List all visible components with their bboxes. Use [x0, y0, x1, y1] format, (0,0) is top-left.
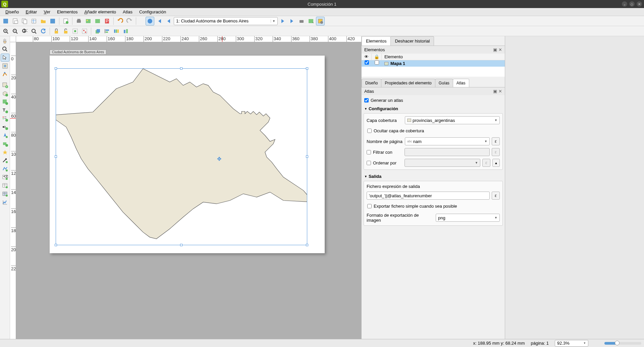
tab-deshacer[interactable]: Deshacer historial: [390, 36, 434, 46]
add-map-tool[interactable]: [1, 81, 9, 89]
undock-icon[interactable]: ▣: [493, 47, 497, 52]
move-content-tool[interactable]: [1, 62, 9, 70]
add-label-tool[interactable]: T: [1, 106, 9, 114]
element-row-mapa1[interactable]: Mapa 1: [362, 60, 505, 67]
group-button[interactable]: [71, 27, 79, 36]
group-config-header[interactable]: ▼Configuración: [364, 104, 503, 113]
max-icon[interactable]: ◇: [629, 1, 635, 7]
add-fixedtable-tool[interactable]: [1, 190, 9, 198]
pan-tool[interactable]: [1, 37, 9, 45]
close-panel-icon[interactable]: ✕: [498, 47, 502, 52]
zoom-slider[interactable]: [604, 342, 641, 345]
raise-button[interactable]: [93, 27, 102, 36]
export-svg-button[interactable]: [93, 17, 102, 25]
close-atlas-icon[interactable]: ✕: [498, 89, 502, 94]
atlas-print-button[interactable]: [297, 17, 306, 25]
print-button[interactable]: [74, 17, 83, 25]
zoom-tool[interactable]: [1, 45, 9, 53]
generate-atlas-checkbox[interactable]: [364, 98, 369, 102]
add-nodeitem-tool[interactable]: [1, 165, 9, 173]
sort-checkbox[interactable]: [367, 161, 371, 165]
add-chart-tool[interactable]: [1, 198, 9, 206]
filter-checkbox[interactable]: [367, 150, 371, 154]
export-single-checkbox[interactable]: [367, 204, 372, 208]
add-3dmap-tool[interactable]: [1, 89, 9, 97]
tab-prop-diseno[interactable]: Diseño: [362, 79, 381, 87]
save-button[interactable]: [1, 17, 10, 25]
add-table-tool[interactable]: [1, 182, 9, 190]
add-scalebar-tool[interactable]: [1, 123, 9, 131]
output-expr-button[interactable]: ε: [492, 192, 500, 200]
add-picture-tool[interactable]: [1, 98, 9, 106]
coverage-combo[interactable]: provincias_argentinas▼: [405, 116, 500, 124]
menu-diseno[interactable]: Diseño: [2, 8, 22, 15]
close-icon[interactable]: ✕: [637, 1, 642, 7]
add-html-tool[interactable]: </>: [1, 173, 9, 181]
undock-atlas-icon[interactable]: ▣: [493, 89, 497, 94]
atlas-export-button[interactable]: [307, 17, 315, 25]
atlas-prev-button[interactable]: [164, 17, 173, 25]
distribute-button[interactable]: [112, 27, 121, 36]
add-from-template-button[interactable]: [61, 17, 70, 25]
page-name-combo[interactable]: abcnam▼: [405, 137, 490, 145]
add-legend-tool[interactable]: [1, 115, 9, 123]
unlock-button[interactable]: [61, 27, 70, 36]
layout-manager-button[interactable]: [30, 17, 38, 25]
group-output-header[interactable]: ▼Salida: [364, 172, 503, 181]
tab-prop-propiedades[interactable]: Propiedades del elemento: [381, 79, 435, 87]
save-template-button[interactable]: [48, 17, 57, 25]
ungroup-button[interactable]: [80, 27, 89, 36]
lock-checkbox[interactable]: [375, 60, 379, 65]
redo-button[interactable]: [125, 17, 134, 25]
add-marker-tool[interactable]: [1, 148, 9, 156]
add-arrow-tool[interactable]: [1, 156, 9, 164]
tab-prop-atlas[interactable]: Atlas: [453, 79, 469, 87]
atlas-next-button[interactable]: [278, 17, 287, 25]
atlas-feature-combo[interactable]: 1: Ciudad Autónoma de Buenos Aires▼: [174, 17, 278, 25]
add-shape-tool[interactable]: [1, 140, 9, 148]
zoom-in-button[interactable]: [1, 27, 10, 36]
zoom-100-button[interactable]: 1:1: [20, 27, 29, 36]
menu-config[interactable]: Configuración: [136, 8, 169, 15]
align-button[interactable]: [103, 27, 111, 36]
lock-button[interactable]: [52, 27, 61, 36]
atlas-first-button[interactable]: [155, 17, 164, 25]
export-image-button[interactable]: [84, 17, 93, 25]
menu-ver[interactable]: Ver: [40, 8, 54, 15]
atlas-preview-button[interactable]: [146, 17, 154, 25]
svg-rect-42: [124, 30, 125, 33]
atlas-panel-header: Atlas ▣✕: [362, 87, 505, 95]
refresh-button[interactable]: [39, 27, 48, 36]
menu-anadir[interactable]: Añadir elemento: [81, 8, 119, 15]
export-pdf-button[interactable]: P: [103, 17, 111, 25]
svg-point-18: [148, 19, 152, 23]
menu-atlas[interactable]: Atlas: [119, 8, 136, 15]
select-tool[interactable]: [1, 54, 9, 62]
menu-elementos[interactable]: Elementos: [54, 8, 81, 15]
svg-rect-57: [3, 126, 4, 128]
zoom-full-button[interactable]: [30, 27, 38, 36]
layout-canvas[interactable]: Ciudad Autónoma de Buenos Aires ✥: [16, 42, 361, 339]
zoom-combo[interactable]: 92.3%▼: [555, 340, 588, 347]
atlas-settings-button[interactable]: [316, 17, 325, 25]
page-name-expr-button[interactable]: ε: [492, 137, 500, 145]
min-icon[interactable]: ⌄: [622, 1, 627, 7]
tab-elementos[interactable]: Elementos: [362, 36, 391, 46]
open-template-button[interactable]: [39, 17, 48, 25]
add-northarrow-tool[interactable]: [1, 131, 9, 139]
visible-checkbox[interactable]: [365, 60, 369, 65]
format-combo[interactable]: png▼: [436, 214, 500, 222]
svg-point-44: [3, 47, 6, 50]
resize-button[interactable]: [121, 27, 130, 36]
edit-nodes-tool[interactable]: [1, 70, 9, 78]
zoom-out-button[interactable]: [11, 27, 19, 36]
undo-button[interactable]: [116, 17, 124, 25]
duplicate-layout-button[interactable]: [20, 17, 29, 25]
map-item[interactable]: ✥: [56, 68, 307, 245]
output-expr-input[interactable]: 'output_'||@atlas_featurenumber: [367, 192, 490, 200]
hide-coverage-checkbox[interactable]: [367, 129, 372, 133]
new-layout-button[interactable]: [11, 17, 19, 25]
menu-editar[interactable]: Editar: [22, 8, 40, 15]
atlas-last-button[interactable]: [288, 17, 297, 25]
tab-prop-guias[interactable]: Guías: [435, 79, 453, 87]
